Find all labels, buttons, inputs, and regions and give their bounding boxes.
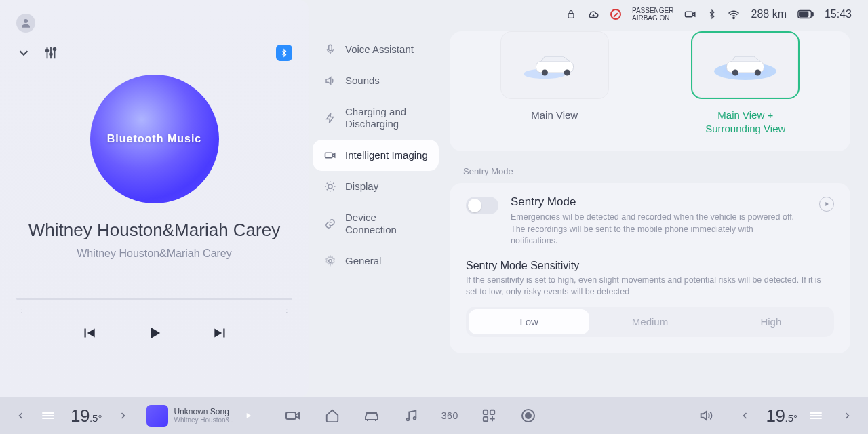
dock-apps-icon[interactable] [480, 408, 498, 423]
track-title: Whitney Houston&Mariah Carey [16, 220, 292, 241]
svg-point-13 [329, 260, 332, 263]
sidebar-item-general[interactable]: General [313, 245, 439, 277]
svg-point-0 [24, 19, 28, 23]
bottom-bar: 19.5° Unknown Song Whitney Houston&.. 36… [0, 397, 868, 434]
time-elapsed: --:-- [16, 307, 27, 314]
temp-left[interactable]: 19.5° [71, 406, 102, 427]
album-label: Bluetooth Music [107, 133, 201, 145]
profile-avatar[interactable] [16, 14, 35, 33]
bluetooth-badge[interactable] [276, 45, 292, 61]
svg-point-12 [328, 184, 332, 189]
dock: 360 [284, 408, 537, 424]
svg-point-2 [50, 53, 52, 56]
temp-right[interactable]: 19.5° [766, 406, 797, 427]
seat-heat-left-icon[interactable] [42, 412, 54, 419]
svg-rect-27 [490, 410, 494, 414]
svg-point-24 [406, 418, 409, 421]
sensitivity-high[interactable]: High [711, 309, 831, 334]
media-panel: Bluetooth Music Whitney Houston&Mariah C… [0, 0, 309, 397]
svg-rect-28 [483, 417, 487, 421]
svg-point-1 [46, 50, 49, 52]
speaker-icon [323, 75, 337, 87]
sentry-title: Sentry Mode [511, 195, 807, 209]
svg-point-3 [54, 48, 56, 51]
gear-icon [323, 255, 337, 267]
svg-point-22 [755, 69, 761, 75]
sidebar-item-intelligent-imaging[interactable]: Intelligent Imaging [313, 140, 439, 171]
sentry-info-button[interactable] [819, 197, 834, 212]
equalizer-icon[interactable] [43, 45, 58, 60]
camera-icon [323, 150, 337, 161]
album-art: Bluetooth Music [90, 75, 219, 203]
time-total: --:-- [281, 307, 292, 314]
svg-point-30 [526, 413, 531, 418]
settings-panel: PASSENGERAIRBAG ON 288 km 15:43 Voice As… [309, 0, 868, 397]
view-mode-cards: Main View Main View +Surrounding View [450, 31, 850, 151]
sentry-desc: Emergencies wil be detected and recorded… [511, 212, 795, 248]
svg-point-25 [413, 417, 416, 420]
sidebar-item-voice-assistant[interactable]: Voice Assistant [313, 34, 439, 65]
collapse-icon[interactable] [16, 45, 31, 60]
dock-home-icon[interactable] [323, 408, 341, 423]
progress-bar[interactable] [16, 298, 292, 300]
svg-point-21 [732, 69, 738, 75]
sentry-toggle[interactable] [466, 197, 498, 214]
sensitivity-low[interactable]: Low [469, 309, 589, 334]
temp-right-next[interactable] [838, 410, 856, 421]
sidebar-item-device-connection[interactable]: Device Connection [313, 202, 439, 245]
play-button[interactable] [145, 323, 164, 342]
brightness-icon [323, 180, 337, 193]
sidebar-item-charging[interactable]: Charging and Discharging [313, 96, 439, 140]
volume-icon[interactable] [697, 408, 715, 423]
svg-rect-23 [286, 412, 296, 419]
svg-rect-11 [326, 153, 333, 158]
sensitivity-medium[interactable]: Medium [589, 309, 710, 334]
now-playing[interactable]: Unknown Song Whitney Houston&.. [146, 405, 252, 427]
mini-play-button[interactable] [243, 411, 253, 420]
now-playing-thumb [146, 405, 168, 427]
link-icon [323, 218, 337, 230]
sensitivity-title: Sentry Mode Sensitivity [466, 260, 834, 272]
prev-track-button[interactable] [80, 324, 98, 342]
settings-sidebar: Voice Assistant Sounds Charging and Disc… [313, 7, 439, 397]
sensitivity-segmented: Low Medium High [466, 307, 834, 337]
sentry-panel: Sentry Mode Emergencies wil be detected … [450, 183, 850, 353]
dock-music-icon[interactable] [402, 408, 420, 423]
svg-point-16 [542, 69, 548, 75]
temp-right-prev[interactable] [736, 410, 754, 421]
temp-left-next[interactable] [114, 410, 132, 421]
sidebar-item-sounds[interactable]: Sounds [313, 65, 439, 96]
view-option-main[interactable]: Main View [466, 31, 644, 135]
dock-car-icon[interactable] [363, 409, 380, 422]
svg-point-17 [564, 69, 570, 75]
next-track-button[interactable] [212, 324, 229, 342]
track-artist: Whitney Houston&Mariah Carey [16, 248, 292, 260]
bolt-icon [323, 112, 337, 124]
svg-rect-10 [329, 45, 332, 50]
sentry-section-label: Sentry Mode [463, 166, 850, 176]
mic-icon [323, 43, 337, 56]
temp-left-prev[interactable] [12, 410, 30, 421]
settings-content: Main View Main View +Surrounding View Se… [450, 7, 854, 397]
view-option-surrounding[interactable]: Main View +Surrounding View [657, 31, 835, 135]
dock-record-icon[interactable] [519, 408, 537, 424]
sensitivity-desc: If the sensitivity is set to high, even … [466, 275, 834, 298]
svg-rect-26 [483, 410, 487, 414]
dock-360-button[interactable]: 360 [441, 410, 458, 421]
dock-camera-icon[interactable] [284, 409, 302, 422]
seat-heat-right-icon[interactable] [810, 412, 822, 419]
sidebar-item-display[interactable]: Display [313, 171, 439, 202]
